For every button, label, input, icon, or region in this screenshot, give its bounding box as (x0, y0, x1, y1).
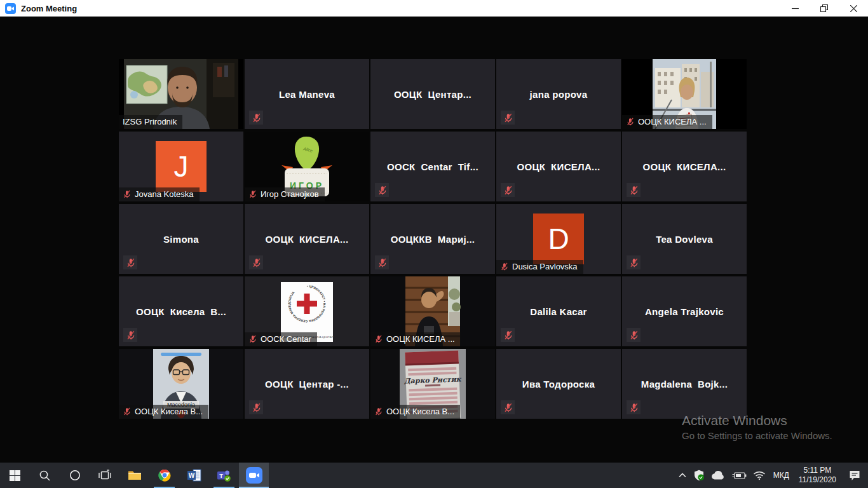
participant-label: ООСК Centar (245, 332, 317, 346)
participant-tile[interactable]: Angela Trajkovic (622, 276, 747, 346)
participant-tile[interactable]: ООЦК КИСЕЛА... (622, 132, 747, 201)
participant-tile[interactable]: ООЦК Центар... (370, 59, 495, 129)
participant-tile[interactable]: D Dusica Pavlovska (496, 204, 621, 274)
close-button[interactable] (839, 0, 868, 17)
participant-label-text: Dusica Pavlovska (512, 262, 578, 271)
mic-muted-icon (626, 118, 634, 126)
participant-tile[interactable]: Macedonia ООЦК Кисела В... (119, 349, 243, 419)
windows-start-icon (10, 470, 20, 481)
tray-chevron-button[interactable] (675, 463, 690, 488)
mute-indicator (501, 400, 515, 414)
participant-tile[interactable]: J Jovana Koteska (119, 132, 243, 201)
file-explorer-icon (128, 470, 142, 481)
svg-text:W: W (188, 472, 194, 479)
mic-muted-icon (123, 190, 131, 198)
mute-indicator (627, 328, 641, 342)
participant-tile[interactable]: ООЦК Центар -... (245, 349, 369, 419)
window-title: Zoom Meeting (21, 4, 77, 13)
participant-name: Magdalena Bojk... (622, 349, 747, 419)
mic-muted-icon (123, 407, 131, 416)
teams-button[interactable]: T (209, 463, 239, 488)
participant-tile[interactable]: Magdalena Bojk... (622, 349, 747, 419)
participant-name: ООЦК Центар... (370, 59, 495, 129)
word-icon: W (187, 469, 201, 482)
task-view-button[interactable] (90, 463, 119, 488)
window-controls (780, 0, 868, 17)
zoom-app-icon (246, 467, 262, 484)
participant-tile[interactable]: ООЦК КИСЕЛА... (496, 132, 621, 201)
participant-tile[interactable]: ООЦК КИСЕЛА ... (622, 59, 747, 129)
participant-label: Игор Станојков (245, 187, 325, 201)
mic-muted-icon (374, 335, 383, 343)
word-button[interactable]: W (179, 463, 209, 488)
mute-indicator (501, 111, 515, 125)
start-button[interactable] (0, 463, 30, 488)
battery-tray-button[interactable] (729, 463, 750, 488)
zoom-taskbar-button[interactable] (239, 463, 269, 488)
action-center-button[interactable] (841, 463, 868, 488)
window-titlebar: Zoom Meeting (0, 0, 868, 17)
mic-muted-icon (503, 113, 513, 123)
chrome-button[interactable] (149, 463, 179, 488)
participant-name: Dalila Kacar (496, 276, 621, 346)
mic-muted-icon (248, 190, 257, 198)
wifi-icon (753, 471, 766, 480)
participant-label-text: ООЦК КИСЕЛА ... (386, 334, 455, 344)
participant-label-text: ООСК Centar (261, 334, 311, 344)
mic-muted-icon (252, 403, 261, 412)
participant-tile[interactable]: Ива Тодороска (496, 349, 621, 419)
mic-muted-icon (248, 335, 257, 343)
participant-tile[interactable]: jana popova (496, 59, 621, 129)
defender-tray-button[interactable] (690, 463, 708, 488)
chevron-up-icon (678, 472, 687, 478)
participant-name: Angela Trajkovic (622, 276, 747, 346)
participant-label: ООЦК КИСЕЛА ... (370, 332, 461, 346)
mic-muted-icon (377, 186, 387, 195)
mute-indicator (249, 255, 263, 269)
language-indicator[interactable]: МКД (769, 463, 794, 488)
participant-tile[interactable]: Дарко Ристик ООЦК Кисела В... (370, 349, 495, 419)
participant-label: Jovana Koteska (119, 187, 200, 201)
taskbar-clock[interactable]: 5:11 PM 11/19/2020 (794, 463, 841, 488)
participant-tile[interactable]: ООЦК Кисела В... (119, 276, 243, 346)
restore-button[interactable] (810, 0, 839, 17)
participant-tile[interactable]: Lea Maneva (245, 59, 369, 129)
mic-muted-icon (503, 330, 513, 340)
participant-label-text: IZSG Prirodnik (123, 117, 177, 126)
onedrive-tray-button[interactable] (708, 463, 729, 488)
participant-tile[interactable]: ООСК Centar Tif... (370, 132, 495, 201)
file-explorer-button[interactable] (119, 463, 149, 488)
participant-tile[interactable]: Tea Dovleva (622, 204, 747, 274)
chrome-icon (158, 469, 171, 482)
participant-avatar: D (533, 214, 584, 264)
mute-indicator (627, 255, 641, 269)
participant-label-text: Игор Станојков (261, 189, 319, 199)
participant-tile[interactable]: ООЦК КИСЕЛА... (245, 204, 369, 274)
participant-name: ООЦК Центар -... (245, 349, 369, 419)
minimize-button[interactable] (780, 0, 810, 17)
participant-tile[interactable]: IZSG Prirodnik (119, 59, 243, 129)
participant-label: ООЦК Кисела В... (119, 405, 208, 419)
participant-name: ООЦККВ Мариј... (370, 204, 495, 274)
taskbar: W T (0, 463, 868, 488)
security-shield-icon (693, 470, 705, 481)
wifi-tray-button[interactable] (750, 463, 769, 488)
participant-tile[interactable]: • ЦРВЕН КРСТ • НА РЕПУБЛИКА СЕВЕРНА МАКЕ… (245, 276, 369, 346)
participant-tile[interactable]: ООЦК КИСЕЛА ... (370, 276, 495, 346)
participant-tile[interactable]: Dalila Kacar (496, 276, 621, 346)
participant-name: ООЦК КИСЕЛА... (496, 132, 621, 201)
participant-tile[interactable]: ООЦККВ Мариј... (370, 204, 495, 274)
participant-tile[interactable]: Simona (119, 204, 243, 274)
mute-indicator (501, 183, 515, 197)
titlebar-left: Zoom Meeting (0, 0, 780, 17)
mute-indicator (249, 111, 263, 125)
search-button[interactable] (30, 463, 60, 488)
participant-name: ООЦК КИСЕЛА... (622, 132, 747, 201)
mute-indicator (249, 400, 263, 414)
participant-tile[interactable]: Alice ИГОР Игор Станојков (245, 132, 369, 201)
mic-muted-icon (377, 258, 387, 268)
participant-name: Simona (119, 204, 243, 274)
mic-muted-icon (126, 330, 135, 340)
mute-indicator (627, 183, 641, 197)
cortana-button[interactable] (60, 463, 90, 488)
